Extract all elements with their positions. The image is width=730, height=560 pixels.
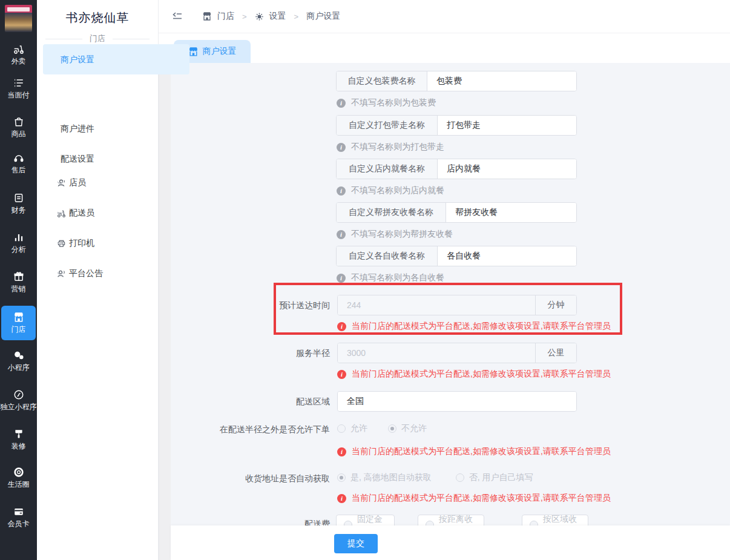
primary-sidebar: 外卖 当面付 商品 售后 财务 分析 营销 门店 小程序 独立小程序 装修 — [0, 0, 37, 560]
takeaway-name-field: 自定义打包带走名称 打包带走 — [336, 115, 577, 136]
radio-circle — [456, 473, 464, 482]
info-icon: i — [337, 230, 346, 239]
field-addon-label: 自定义各自收餐名称 — [337, 246, 438, 266]
chevron-down-icon — [57, 272, 64, 276]
sidebar-item-aftersale[interactable]: 售后 — [0, 153, 37, 174]
delivery-time-label: 预计送达时间 — [173, 295, 330, 315]
storefront-icon — [188, 47, 199, 57]
service-radius-unit: 公里 — [535, 343, 576, 363]
form-footer: 提交 — [171, 525, 730, 560]
info-icon: i — [337, 143, 346, 152]
tab-bar: 商户设置 — [159, 33, 730, 63]
breadcrumb-item-settings[interactable]: 设置 — [269, 11, 286, 22]
sidebar-item-finance[interactable]: 财务 — [0, 193, 37, 214]
breadcrumb: 门店 > 设置 > 商户设置 — [202, 11, 340, 22]
chevron-down-icon — [57, 181, 64, 185]
sidebar-item-products[interactable]: 商品 — [0, 116, 37, 138]
radio-auto-amap[interactable]: 是, 高德地图自动获取 — [337, 472, 432, 483]
auto-address-label: 收货地址是否自动获取 — [173, 472, 330, 484]
brand-logo[interactable] — [5, 5, 32, 32]
warning-info-icon: i — [337, 322, 346, 331]
field-addon-label: 自定义帮拼友收餐名称 — [337, 203, 446, 222]
allow-beyond-warning: i 当前门店的配送模式为平台配送,如需修改该项设置,请联系平台管理员 — [337, 446, 611, 457]
delivery-area-input[interactable]: 全国 — [338, 392, 576, 411]
separate-pickup-name-field: 自定义各自收餐名称 各自收餐 — [336, 246, 577, 266]
service-radius-warning: i 当前门店的配送模式为平台配送,如需修改该项设置,请联系平台管理员 — [337, 369, 611, 380]
delivery-time-field: 244 分钟 — [337, 295, 577, 315]
menu-group-staff[interactable]: 店员 — [37, 174, 159, 191]
bar-chart-icon — [0, 232, 37, 243]
radio-circle — [337, 424, 346, 433]
storefront-icon — [1, 312, 36, 323]
sidebar-item-store[interactable]: 门店 — [1, 306, 36, 340]
store-divider: 门店 — [45, 33, 150, 44]
menu-group-platform-announcement[interactable]: 平台公告 — [37, 265, 159, 282]
delivery-area-label: 配送区域 — [173, 391, 330, 412]
scrollbar-track[interactable] — [159, 63, 171, 560]
chevron-down-icon — [57, 211, 64, 216]
auto-address-warning: i 当前门店的配送模式为平台配送,如需修改该项设置,请联系平台管理员 — [337, 493, 611, 504]
separate-pickup-name-input[interactable]: 各自收餐 — [438, 246, 576, 266]
lifebuoy-icon — [0, 467, 37, 478]
field-addon-label: 自定义打包带走名称 — [337, 116, 438, 135]
radio-disallow[interactable]: 不允许 — [388, 423, 427, 434]
submit-button[interactable]: 提交 — [334, 534, 378, 553]
breadcrumb-separator: > — [294, 12, 299, 21]
separate-pickup-help: i 不填写名称则为各自收餐 — [337, 272, 444, 283]
list-icon — [0, 77, 37, 88]
secondary-sidebar: 书亦烧仙草 门店 设置 商户设置 商户进件 配送设置 店员 配送员 打印机 平台… — [37, 0, 159, 560]
service-radius-field: 3000 公里 — [337, 343, 577, 363]
gear-icon — [255, 12, 264, 21]
allow-beyond-radio-group: 允许 不允许 — [337, 423, 427, 434]
radio-circle-checked — [337, 473, 346, 482]
sidebar-item-standalone-miniprogram[interactable]: 独立小程序 — [0, 389, 37, 411]
packing-fee-name-field: 自定义包装费名称 包装费 — [336, 71, 577, 91]
breadcrumb-item-merchant-settings: 商户设置 — [306, 11, 340, 22]
paint-brush-icon — [0, 429, 37, 440]
headset-icon — [0, 153, 37, 163]
takeaway-name-input[interactable]: 打包带走 — [438, 116, 576, 135]
dine-in-name-input[interactable]: 店内就餐 — [438, 159, 576, 179]
dine-in-name-field: 自定义店内就餐名称 店内就餐 — [336, 159, 577, 179]
allow-beyond-label: 在配送半径之外是否允许下单 — [173, 423, 330, 435]
radio-user-fill[interactable]: 否, 用户自己填写 — [456, 472, 533, 483]
menu-item-merchant-onboarding[interactable]: 商户进件 — [61, 120, 182, 137]
friend-pickup-name-input[interactable]: 帮拼友收餐 — [446, 203, 576, 222]
top-header: 门店 > 设置 > 商户设置 — [159, 0, 730, 33]
chevron-down-icon — [57, 242, 64, 246]
shopping-bag-icon — [0, 116, 37, 127]
packing-fee-help: i 不填写名称则为包装费 — [337, 97, 436, 108]
s-circle-icon — [0, 389, 37, 400]
service-radius-input[interactable]: 3000 — [338, 343, 535, 363]
breadcrumb-item-store[interactable]: 门店 — [217, 11, 234, 22]
menu-item-merchant-settings[interactable]: 商户设置 — [43, 44, 189, 74]
sidebar-item-marketing[interactable]: 营销 — [0, 271, 37, 293]
friend-pickup-help: i 不填写名称则为帮拼友收餐 — [337, 229, 453, 240]
info-icon: i — [337, 99, 346, 108]
auto-address-radio-group: 是, 高德地图自动获取 否, 用户自己填写 — [337, 472, 533, 483]
sidebar-item-membercard[interactable]: 会员卡 — [0, 506, 37, 528]
card-icon — [0, 506, 37, 517]
merchant-settings-page: { "brand": { "title": "书亦烧仙草", "subtitle… — [0, 0, 730, 560]
radio-circle-checked — [388, 424, 396, 433]
menu-group-printers[interactable]: 打印机 — [37, 235, 159, 252]
sidebar-item-lifecircle[interactable]: 生活圈 — [0, 467, 37, 489]
service-radius-label: 服务半径 — [173, 343, 330, 363]
packing-fee-name-input[interactable]: 包装费 — [427, 71, 576, 91]
info-icon: i — [337, 186, 346, 196]
sidebar-item-analytics[interactable]: 分析 — [0, 232, 37, 254]
radio-allow[interactable]: 允许 — [337, 423, 367, 434]
breadcrumb-separator: > — [242, 12, 247, 21]
delivery-time-warning: i 当前门店的配送模式为平台配送,如需修改该项设置,请联系平台管理员 — [337, 321, 611, 332]
sidebar-item-takeout[interactable]: 外卖 — [0, 44, 37, 65]
sidebar-item-decorate[interactable]: 装修 — [0, 429, 37, 450]
delivery-time-input[interactable]: 244 — [338, 295, 535, 315]
invoice-icon — [0, 193, 37, 203]
menu-group-couriers[interactable]: 配送员 — [37, 205, 159, 222]
menu-item-delivery-settings[interactable]: 配送设置 — [61, 150, 182, 167]
delivery-area-field: 全国 — [337, 391, 577, 412]
sidebar-item-miniprogram[interactable]: 小程序 — [0, 350, 37, 372]
sidebar-item-facepay[interactable]: 当面付 — [0, 77, 37, 99]
friend-pickup-name-field: 自定义帮拼友收餐名称 帮拼友收餐 — [336, 202, 577, 223]
menu-fold-icon[interactable] — [172, 12, 183, 21]
